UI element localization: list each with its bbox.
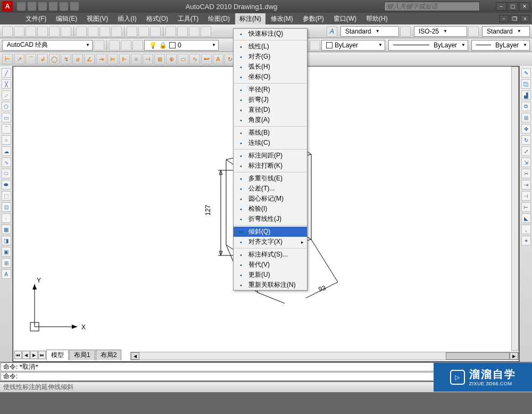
table-style-combo[interactable]: Standard▼ xyxy=(482,26,530,37)
dim-spacing-icon[interactable]: ≡ xyxy=(131,54,142,64)
menu-insert[interactable]: 插入(I) xyxy=(113,13,140,24)
stretch-icon[interactable]: ⇲ xyxy=(521,158,531,167)
undo-icon[interactable] xyxy=(49,2,57,11)
open-icon[interactable] xyxy=(28,2,36,11)
zoom-prev-icon[interactable] xyxy=(189,26,200,37)
menu-view[interactable]: 视图(V) xyxy=(82,13,112,24)
hatch-icon[interactable]: ▦ xyxy=(2,225,11,234)
menu-item-23[interactable]: •重新关联标注(N) xyxy=(234,280,307,290)
menu-item-12[interactable]: •标注打断(K) xyxy=(234,161,307,171)
chamfer-icon[interactable]: ◣ xyxy=(521,213,531,223)
text-style-icon[interactable]: A xyxy=(327,26,337,37)
menu-item-19[interactable]: •对齐文字(X) xyxy=(234,237,307,247)
tab-layout1[interactable]: 布局1 xyxy=(69,350,95,360)
infocenter-search[interactable]: 键入关键字或短语 xyxy=(384,2,480,11)
horizontal-scrollbar[interactable]: ◀ ▶ xyxy=(130,352,519,360)
dim-style-icon[interactable] xyxy=(400,26,411,37)
spline-icon[interactable]: ∿ xyxy=(2,158,11,167)
child-restore-button[interactable]: ❐ xyxy=(510,15,519,22)
plot-icon[interactable] xyxy=(37,26,48,37)
tab-layout2[interactable]: 布局2 xyxy=(96,350,122,360)
point-icon[interactable]: · xyxy=(2,213,11,223)
dim-aligned-icon[interactable]: ↗ xyxy=(14,54,24,64)
array-icon[interactable]: ⊞ xyxy=(521,113,531,122)
menu-item-16[interactable]: •检验(I) xyxy=(234,204,307,214)
print-icon[interactable] xyxy=(70,2,79,11)
lineweight-combo[interactable]: ByLayer▼ xyxy=(471,40,530,51)
menu-item-14[interactable]: •公差(T)... xyxy=(234,184,307,194)
make-block-icon[interactable]: ⊡ xyxy=(2,202,11,212)
menu-item-11[interactable]: •标注间距(P) xyxy=(234,151,307,161)
publish-icon[interactable] xyxy=(61,26,71,37)
menu-item-18[interactable]: ⮨倾斜(Q) xyxy=(234,227,307,237)
save-icon[interactable] xyxy=(38,2,47,11)
menu-item-1[interactable]: •线性(L) xyxy=(234,42,307,52)
maximize-button[interactable]: □ xyxy=(508,2,518,11)
scroll-right-button[interactable]: ▶ xyxy=(510,352,518,360)
table-icon[interactable]: ⊞ xyxy=(2,258,11,268)
cut-icon[interactable] xyxy=(76,26,87,37)
explode-icon[interactable]: ✶ xyxy=(521,236,531,245)
child-minimize-button[interactable]: － xyxy=(499,15,509,22)
menu-item-22[interactable]: •更新(U) xyxy=(234,270,307,280)
menu-item-0[interactable]: •快速标注(Q) xyxy=(234,29,307,39)
scale-icon[interactable]: ⤢ xyxy=(521,146,531,156)
dim-diameter-icon[interactable]: ⌀ xyxy=(72,54,83,64)
menu-modify[interactable]: 修改(M) xyxy=(267,13,297,24)
polygon-icon[interactable]: ⬠ xyxy=(2,102,11,111)
scroll-left-button[interactable]: ◀ xyxy=(131,352,139,360)
dim-ordinate-icon[interactable]: ↲ xyxy=(37,54,48,64)
fillet-icon[interactable]: ◟ xyxy=(521,225,531,234)
menu-param[interactable]: 参数(P) xyxy=(298,13,328,24)
text-style-combo[interactable]: Standard▼ xyxy=(340,26,399,37)
dim-baseline-icon[interactable]: ⊨ xyxy=(107,54,118,64)
dim-break-icon[interactable]: ⊣ xyxy=(143,54,153,64)
menu-item-17[interactable]: •折弯线性(J) xyxy=(234,214,307,224)
dim-textedit-icon[interactable]: A xyxy=(213,54,223,64)
extend-icon[interactable]: ⇥ xyxy=(521,180,531,189)
erase-icon[interactable]: ✎ xyxy=(521,68,531,78)
menu-item-20[interactable]: •标注样式(S)... xyxy=(234,250,307,260)
menu-dimension[interactable]: 标注(N) xyxy=(235,13,265,24)
tab-next-button[interactable]: ▶ xyxy=(30,351,38,359)
copy-icon[interactable] xyxy=(88,26,98,37)
dim-linear-icon[interactable]: ⊢ xyxy=(2,54,13,64)
linetype-combo[interactable]: ByLayer▼ xyxy=(388,40,468,51)
move-icon[interactable]: ✥ xyxy=(521,124,531,134)
undo-tb-icon[interactable] xyxy=(138,26,149,37)
mtext-icon[interactable]: A xyxy=(2,269,11,279)
dim-tolerance-icon[interactable]: ⊞ xyxy=(154,54,165,64)
line-icon[interactable]: ╱ xyxy=(2,68,11,78)
menu-item-9[interactable]: •基线(B) xyxy=(234,128,307,138)
menu-item-2[interactable]: •对齐(G) xyxy=(234,52,307,62)
menu-help[interactable]: 帮助(H) xyxy=(362,13,392,24)
dim-edit-icon[interactable]: ⮨ xyxy=(201,54,212,64)
join-icon[interactable]: ⊢ xyxy=(521,202,531,212)
trim-icon[interactable]: ✂ xyxy=(521,169,531,178)
menu-edit[interactable]: 编辑(E) xyxy=(52,13,81,24)
menu-item-7[interactable]: •直径(D) xyxy=(234,105,307,115)
menu-item-13[interactable]: •多重引线(E) xyxy=(234,173,307,184)
menu-draw[interactable]: 绘图(D) xyxy=(204,13,234,24)
menu-item-10[interactable]: •连续(C) xyxy=(234,138,307,148)
block-icon[interactable] xyxy=(127,26,137,37)
insert-block-icon[interactable]: ⬚ xyxy=(2,191,11,201)
app-logo[interactable]: A xyxy=(2,1,13,12)
minimize-button[interactable]: － xyxy=(496,2,506,11)
tab-last-button[interactable]: ⏭ xyxy=(38,351,46,359)
menu-item-21[interactable]: •替代(V) xyxy=(234,260,307,270)
dim-joglinear-icon[interactable]: ∿ xyxy=(189,54,200,64)
menu-item-4[interactable]: •坐标(O) xyxy=(234,72,307,82)
arc-icon[interactable]: ⌒ xyxy=(2,124,11,134)
workspace-combo[interactable]: AutoCAD 经典 ▼ xyxy=(2,40,93,51)
preview-icon[interactable] xyxy=(49,26,60,37)
menu-window[interactable]: 窗口(W) xyxy=(329,13,361,24)
color-picker-icon[interactable] xyxy=(310,40,320,51)
menu-item-6[interactable]: •折弯(J) xyxy=(234,95,307,105)
dim-continue-icon[interactable]: ⊩ xyxy=(119,54,130,64)
match-icon[interactable] xyxy=(111,26,122,37)
tab-model[interactable]: 模型 xyxy=(46,350,69,360)
dim-center-icon[interactable]: ⊕ xyxy=(166,54,177,64)
child-close-button[interactable]: × xyxy=(520,15,530,22)
new-icon[interactable] xyxy=(17,2,26,11)
